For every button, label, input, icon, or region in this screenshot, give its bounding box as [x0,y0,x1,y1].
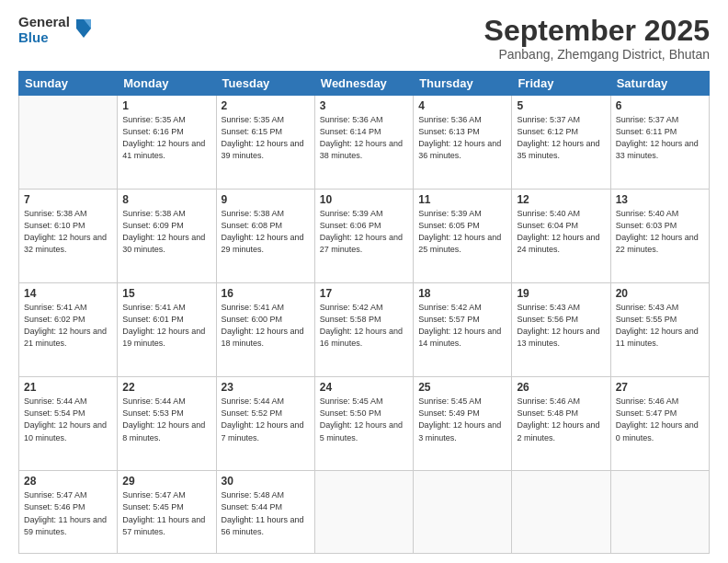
calendar-week-3: 14Sunrise: 5:41 AM Sunset: 6:02 PM Dayli… [19,283,710,377]
calendar-cell: 26Sunrise: 5:46 AM Sunset: 5:48 PM Dayli… [512,377,610,471]
calendar-cell: 20Sunrise: 5:43 AM Sunset: 5:55 PM Dayli… [610,283,709,377]
cell-info: Sunrise: 5:39 AM Sunset: 6:06 PM Dayligh… [320,208,408,256]
day-number: 25 [418,381,506,394]
day-number: 23 [222,381,310,394]
calendar-cell: 7Sunrise: 5:38 AM Sunset: 6:10 PM Daylig… [19,190,118,283]
cell-info: Sunrise: 5:35 AM Sunset: 6:16 PM Dayligh… [122,114,210,162]
calendar-cell: 3Sunrise: 5:36 AM Sunset: 6:14 PM Daylig… [314,96,413,190]
day-number: 28 [24,475,112,488]
day-number: 18 [418,287,506,300]
cell-info: Sunrise: 5:46 AM Sunset: 5:48 PM Dayligh… [517,396,605,443]
day-number: 10 [320,193,408,206]
cell-info: Sunrise: 5:40 AM Sunset: 6:04 PM Dayligh… [517,208,605,256]
cell-info: Sunrise: 5:41 AM Sunset: 6:02 PM Dayligh… [24,302,112,350]
cell-info: Sunrise: 5:36 AM Sunset: 6:13 PM Dayligh… [418,114,506,162]
calendar-cell: 14Sunrise: 5:41 AM Sunset: 6:02 PM Dayli… [19,283,118,377]
calendar-cell: 19Sunrise: 5:43 AM Sunset: 5:56 PM Dayli… [512,283,610,377]
calendar-body: 1Sunrise: 5:35 AM Sunset: 6:16 PM Daylig… [19,96,710,554]
calendar-cell: 30Sunrise: 5:48 AM Sunset: 5:44 PM Dayli… [216,471,314,554]
day-number: 8 [122,193,210,206]
day-number: 14 [24,287,112,300]
title-area: September 2025 Panbang, Zhemgang Distric… [484,15,710,62]
calendar-cell [610,471,709,554]
calendar-cell: 15Sunrise: 5:41 AM Sunset: 6:01 PM Dayli… [118,283,216,377]
calendar-table: Sunday Monday Tuesday Wednesday Thursday… [18,71,710,554]
day-number: 16 [222,287,310,300]
calendar-cell: 13Sunrise: 5:40 AM Sunset: 6:03 PM Dayli… [610,190,709,283]
day-number: 30 [222,475,310,488]
calendar-cell: 17Sunrise: 5:42 AM Sunset: 5:58 PM Dayli… [314,283,413,377]
cell-info: Sunrise: 5:37 AM Sunset: 6:12 PM Dayligh… [517,114,605,162]
col-wednesday: Wednesday [314,72,413,96]
day-number: 1 [122,99,210,112]
cell-info: Sunrise: 5:39 AM Sunset: 6:05 PM Dayligh… [418,208,506,256]
logo-blue: Blue [18,30,70,46]
calendar-cell [19,96,118,190]
calendar-cell: 2Sunrise: 5:35 AM Sunset: 6:15 PM Daylig… [216,96,314,190]
calendar-cell [314,471,413,554]
calendar-cell: 5Sunrise: 5:37 AM Sunset: 6:12 PM Daylig… [512,96,610,190]
calendar-cell: 25Sunrise: 5:45 AM Sunset: 5:49 PM Dayli… [414,377,512,471]
calendar-cell: 12Sunrise: 5:40 AM Sunset: 6:04 PM Dayli… [512,190,610,283]
day-number: 2 [222,99,310,112]
day-number: 27 [616,381,704,394]
day-number: 24 [320,381,408,394]
calendar-week-4: 21Sunrise: 5:44 AM Sunset: 5:54 PM Dayli… [19,377,710,471]
cell-info: Sunrise: 5:41 AM Sunset: 6:01 PM Dayligh… [122,302,210,350]
calendar-cell: 1Sunrise: 5:35 AM Sunset: 6:16 PM Daylig… [118,96,216,190]
logo-icon [73,16,95,41]
calendar-cell: 11Sunrise: 5:39 AM Sunset: 6:05 PM Dayli… [414,190,512,283]
calendar-cell: 28Sunrise: 5:47 AM Sunset: 5:46 PM Dayli… [19,471,118,554]
calendar-cell: 6Sunrise: 5:37 AM Sunset: 6:11 PM Daylig… [610,96,709,190]
logo-text: General Blue [18,15,70,45]
col-thursday: Thursday [414,72,512,96]
calendar-cell [512,471,610,554]
calendar-cell: 18Sunrise: 5:42 AM Sunset: 5:57 PM Dayli… [414,283,512,377]
day-number: 6 [616,99,704,112]
day-number: 29 [122,475,210,488]
calendar-cell: 9Sunrise: 5:38 AM Sunset: 6:08 PM Daylig… [216,190,314,283]
header-row: Sunday Monday Tuesday Wednesday Thursday… [19,72,710,96]
cell-info: Sunrise: 5:46 AM Sunset: 5:47 PM Dayligh… [616,396,704,443]
calendar-cell [414,471,512,554]
calendar-cell: 16Sunrise: 5:41 AM Sunset: 6:00 PM Dayli… [216,283,314,377]
day-number: 9 [222,193,310,206]
location: Panbang, Zhemgang District, Bhutan [484,47,710,62]
page: General Blue September 2025 Panbang, Zhe… [0,0,728,563]
cell-info: Sunrise: 5:38 AM Sunset: 6:10 PM Dayligh… [24,208,112,256]
col-saturday: Saturday [610,72,709,96]
cell-info: Sunrise: 5:37 AM Sunset: 6:11 PM Dayligh… [616,114,704,162]
day-number: 17 [320,287,408,300]
cell-info: Sunrise: 5:47 AM Sunset: 5:45 PM Dayligh… [122,489,210,537]
cell-info: Sunrise: 5:44 AM Sunset: 5:54 PM Dayligh… [24,396,112,443]
calendar-cell: 8Sunrise: 5:38 AM Sunset: 6:09 PM Daylig… [118,190,216,283]
calendar-cell: 21Sunrise: 5:44 AM Sunset: 5:54 PM Dayli… [19,377,118,471]
day-number: 15 [122,287,210,300]
col-sunday: Sunday [19,72,118,96]
cell-info: Sunrise: 5:43 AM Sunset: 5:56 PM Dayligh… [517,302,605,350]
cell-info: Sunrise: 5:42 AM Sunset: 5:58 PM Dayligh… [320,302,408,350]
day-number: 22 [122,381,210,394]
col-monday: Monday [118,72,216,96]
cell-info: Sunrise: 5:45 AM Sunset: 5:49 PM Dayligh… [418,396,506,443]
day-number: 19 [517,287,605,300]
cell-info: Sunrise: 5:44 AM Sunset: 5:53 PM Dayligh… [122,396,210,443]
calendar-cell: 23Sunrise: 5:44 AM Sunset: 5:52 PM Dayli… [216,377,314,471]
logo-general: General [18,15,70,30]
cell-info: Sunrise: 5:42 AM Sunset: 5:57 PM Dayligh… [418,302,506,350]
cell-info: Sunrise: 5:44 AM Sunset: 5:52 PM Dayligh… [222,396,310,443]
cell-info: Sunrise: 5:45 AM Sunset: 5:50 PM Dayligh… [320,396,408,443]
cell-info: Sunrise: 5:41 AM Sunset: 6:00 PM Dayligh… [222,302,310,350]
cell-info: Sunrise: 5:48 AM Sunset: 5:44 PM Dayligh… [222,489,310,537]
calendar-cell: 10Sunrise: 5:39 AM Sunset: 6:06 PM Dayli… [314,190,413,283]
day-number: 20 [616,287,704,300]
calendar-week-5: 28Sunrise: 5:47 AM Sunset: 5:46 PM Dayli… [19,471,710,554]
calendar-cell: 24Sunrise: 5:45 AM Sunset: 5:50 PM Dayli… [314,377,413,471]
header: General Blue September 2025 Panbang, Zhe… [18,15,710,62]
cell-info: Sunrise: 5:40 AM Sunset: 6:03 PM Dayligh… [616,208,704,256]
day-number: 13 [616,193,704,206]
calendar-cell: 4Sunrise: 5:36 AM Sunset: 6:13 PM Daylig… [414,96,512,190]
day-number: 11 [418,193,506,206]
logo: General Blue [18,15,95,45]
calendar-week-2: 7Sunrise: 5:38 AM Sunset: 6:10 PM Daylig… [19,190,710,283]
